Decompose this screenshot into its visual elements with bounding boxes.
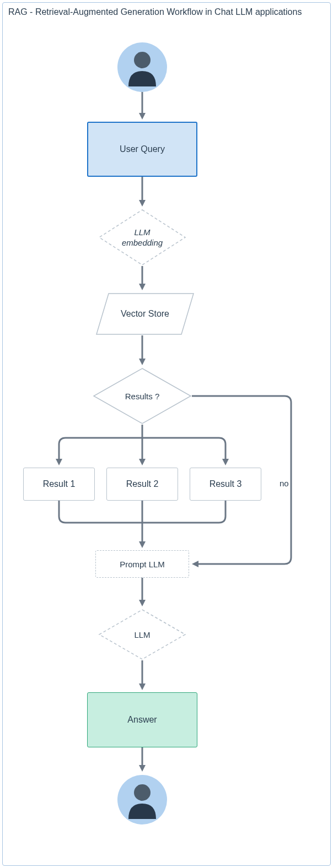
arrow xyxy=(138,578,146,609)
llm-diamond: LLM xyxy=(98,609,186,660)
user-icon-bottom xyxy=(117,775,167,824)
vector-store: Vector Store xyxy=(95,292,195,335)
svg-marker-2 xyxy=(139,113,146,120)
llm-label: LLM xyxy=(134,630,150,639)
svg-point-32 xyxy=(134,784,151,801)
svg-marker-26 xyxy=(139,600,146,606)
svg-marker-23 xyxy=(139,541,146,548)
result-2-box: Result 2 xyxy=(106,468,178,501)
answer-label: Answer xyxy=(127,715,157,725)
arrow xyxy=(138,747,146,774)
svg-marker-14 xyxy=(56,459,62,465)
results-decision: Results ? xyxy=(93,367,192,425)
svg-marker-18 xyxy=(222,459,229,465)
diagram-container: RAG - Retrieval-Augmented Generation Wor… xyxy=(2,2,331,866)
result-2-label: Result 2 xyxy=(126,479,159,489)
merge-connector xyxy=(28,501,256,551)
arrow xyxy=(138,335,146,367)
result-3-box: Result 3 xyxy=(190,468,261,501)
vector-store-label: Vector Store xyxy=(121,309,169,319)
prompt-llm-box: Prompt LLM xyxy=(95,550,189,578)
arrow xyxy=(138,660,146,692)
branch-connector xyxy=(28,425,256,469)
svg-marker-29 xyxy=(139,683,146,690)
result-1-label: Result 1 xyxy=(43,479,76,489)
svg-marker-4 xyxy=(139,200,146,207)
result-1-box: Result 1 xyxy=(23,468,95,501)
arrow xyxy=(138,92,146,122)
svg-marker-16 xyxy=(139,459,146,465)
arrow xyxy=(138,177,146,209)
svg-marker-7 xyxy=(139,284,146,290)
svg-marker-31 xyxy=(139,765,146,772)
diagram-title: RAG - Retrieval-Augmented Generation Wor… xyxy=(8,7,302,17)
llm-embedding-text: LLMembedding xyxy=(122,227,163,248)
answer-box: Answer xyxy=(87,692,197,747)
svg-point-0 xyxy=(134,52,151,68)
user-query-label: User Query xyxy=(120,144,165,154)
results-label: Results ? xyxy=(125,392,160,401)
svg-marker-10 xyxy=(139,359,146,365)
user-icon-top xyxy=(117,42,167,92)
llm-embedding-label: LLMembedding xyxy=(122,227,163,248)
svg-marker-24 xyxy=(192,561,198,567)
arrow xyxy=(138,266,146,292)
llm-embedding-diamond: LLMembedding xyxy=(98,209,186,266)
no-label: no xyxy=(278,479,290,488)
prompt-llm-label: Prompt LLM xyxy=(120,560,165,569)
result-3-label: Result 3 xyxy=(210,479,242,489)
user-query-box: User Query xyxy=(87,122,197,177)
